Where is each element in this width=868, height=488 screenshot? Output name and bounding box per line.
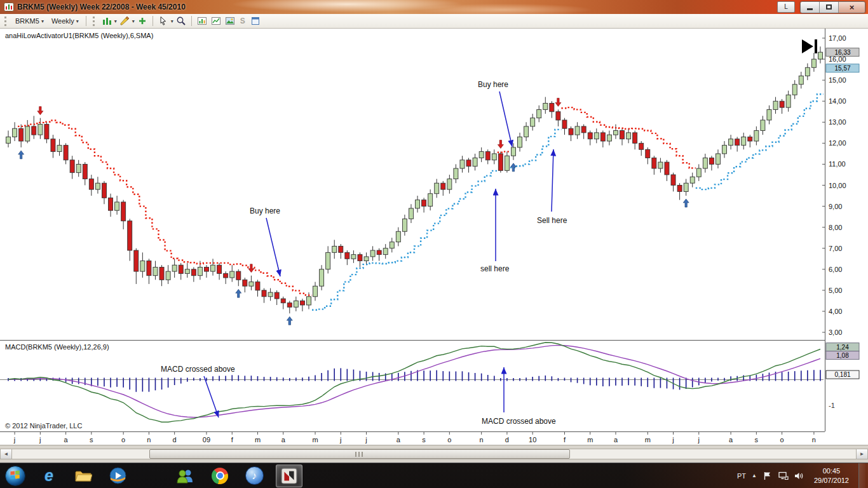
chart-toolbar: BRKM5 ▾ Weekly ▾ ▾ ▾ [0,14,868,29]
chart-annotation: sell here [480,264,510,273]
time-axis-label: n [812,436,816,444]
draw-tool-button[interactable] [118,15,131,27]
price-axis-label: 7,00 [829,245,842,252]
svg-text:15,57: 15,57 [834,65,850,72]
chevron-down-icon: ▾ [41,18,44,24]
scrollbar-thumb[interactable] [149,449,570,459]
show-hidden-icons-button[interactable]: ▲ [752,473,757,478]
people-icon [177,468,194,484]
indicator-label: anaHiLowActivatorU1(BRKM5 (Weekly),6,SMA… [5,32,153,39]
chevron-down-icon[interactable]: ▾ [114,18,117,24]
price-axis-label: 10,00 [829,182,846,189]
price-axis-label: 15,00 [829,76,846,84]
time-axis-label: o [447,436,451,444]
chart-canvas[interactable]: 17,0016,0015,0014,0013,0012,0011,0010,00… [0,29,868,445]
chart-style-icon [102,16,112,26]
indicator-panel-icon [197,16,207,26]
time-axis-label: d [505,436,509,444]
title-bar: BRKM5 (Weekly) Week 22/2008 - Week 45/20… [0,0,868,14]
taskbar-internet-explorer[interactable]: e [36,465,62,487]
chart-image-button[interactable] [224,15,236,27]
interval-selector[interactable]: Weekly ▾ [48,15,82,27]
time-axis-label: o [121,436,125,444]
time-axis-label: s [755,436,759,444]
clock[interactable]: 00:45 29/07/2012 [810,466,853,485]
volume-icon[interactable] [794,471,804,481]
language-indicator[interactable]: PT [737,472,746,480]
price-axis-label: 3,00 [829,329,842,336]
time-axis-label: j [339,436,341,444]
instrument-selector[interactable]: BRKM5 ▾ [12,15,47,27]
chart-area: 17,0016,0015,0014,0013,0012,0011,0010,00… [0,29,868,445]
svg-text:1,24: 1,24 [836,344,849,351]
properties-button[interactable] [249,15,262,27]
taskbar-windows-explorer[interactable] [71,465,96,487]
toolbar-grip[interactable] [93,17,97,26]
price-axis-label: 6,00 [829,266,842,273]
pencil-icon [119,16,130,26]
time-axis-label: m [645,436,651,444]
macd-label: MACD(BRKM5 (Weekly),12,26,9) [5,343,109,351]
chart-annotation: Buy here [250,207,280,215]
show-desktop-button[interactable] [858,463,865,488]
svg-text:0,181: 0,181 [834,371,850,378]
cursor-icon [158,16,168,26]
time-axis-label: j [698,436,700,444]
overlay-panel-button[interactable] [210,15,222,27]
time-axis-label: j [672,436,674,444]
price-axis-label: 12,00 [829,139,846,147]
indicator-panel-button[interactable] [196,15,208,27]
price-axis-label: 13,00 [829,118,846,126]
time-axis-label: a [397,436,401,444]
chevron-down-icon[interactable]: ▾ [171,18,173,24]
chart-annotation: MACD crossed above [482,417,556,426]
properties-icon [250,16,261,26]
itunes-icon: ♪ [245,466,264,485]
snap-mode-button[interactable]: S [238,17,248,25]
chr ome-icon [212,468,228,484]
taskbar-media-player[interactable] [105,465,130,487]
scroll-left-button[interactable]: ◄ [1,449,12,459]
zoom-icon [176,16,186,26]
svg-text:1,08: 1,08 [836,352,849,359]
horizontal-scrollbar[interactable]: ◄ ► [0,449,868,459]
instrument-label: BRKM5 [15,17,39,25]
time-axis-label: s [422,436,426,444]
taskbar-messenger[interactable] [173,465,198,487]
maximize-button[interactable] [820,2,839,13]
clock-date: 29/07/2012 [814,476,849,485]
scroll-right-button[interactable]: ► [856,449,867,459]
time-axis-label: n [147,436,151,444]
time-axis-label: o [780,436,784,444]
minimize-button[interactable] [801,2,820,13]
desktop: BRKM5 (Weekly) Week 22/2008 - Week 45/20… [0,0,868,488]
toolbar-grip[interactable] [4,17,8,26]
folder-icon [74,469,92,483]
system-tray: PT ▲ 00:45 29/07/2012 [737,463,868,488]
chart-annotation: MACD crossed above [161,365,235,374]
start-button[interactable] [4,464,27,487]
taskbar-ninjatrader-active[interactable] [276,464,302,487]
taskbar-chrome[interactable] [207,465,233,487]
time-axis-label: a [281,436,286,444]
time-axis-label: 09 [203,436,210,444]
link-button[interactable]: L [777,1,795,13]
add-marker-button[interactable] [136,15,149,27]
price-axis-label: 9,00 [829,203,842,210]
network-icon[interactable] [778,471,789,481]
cursor-tool-button[interactable] [157,15,170,27]
chevron-down-icon[interactable]: ▾ [132,18,135,24]
image-icon [225,16,235,26]
action-center-icon[interactable] [763,471,773,481]
time-axis-label: a [64,436,69,444]
taskbar-itunes[interactable]: ♪ [241,465,267,487]
time-axis-label: 10 [529,436,536,444]
zoom-button[interactable] [175,15,187,27]
price-axis-label: 5,00 [829,287,842,294]
scrollbar-track[interactable] [12,449,856,459]
close-button[interactable]: × [839,2,865,13]
minimize-icon [807,8,813,10]
time-axis-label: m [255,436,261,444]
clock-time: 00:45 [814,466,849,476]
chart-style-button[interactable] [100,15,113,27]
